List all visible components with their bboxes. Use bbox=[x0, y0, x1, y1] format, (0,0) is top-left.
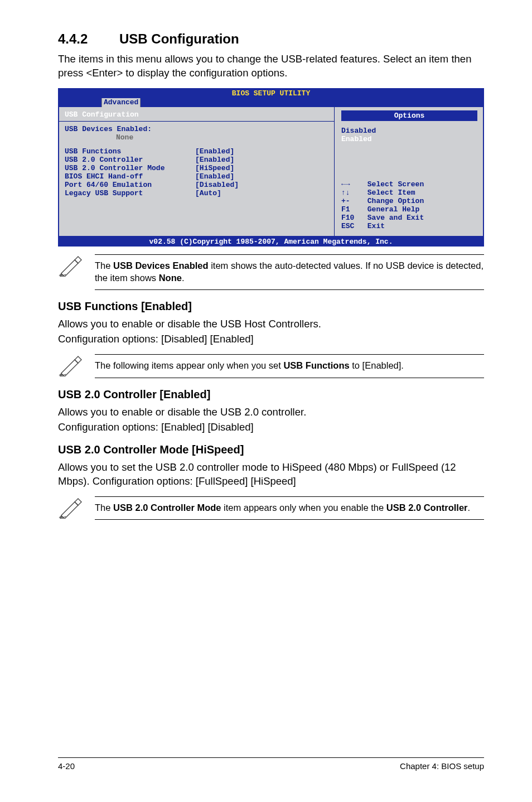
bios-body: USB Configuration USB Devices Enabled: N… bbox=[58, 107, 484, 237]
pencil-icon bbox=[58, 254, 83, 277]
page-footer: 4-20 Chapter 4: BIOS setup bbox=[58, 757, 484, 771]
note-text: The USB 2.0 Controller Mode item appears… bbox=[95, 496, 484, 520]
bios-tab-advanced[interactable]: Advanced bbox=[101, 98, 141, 107]
bios-options-list: Disabled Enabled bbox=[341, 127, 477, 143]
bios-left-pane: USB Configuration USB Devices Enabled: N… bbox=[59, 107, 335, 236]
body-text: Allows you to set the USB 2.0 controller… bbox=[58, 461, 484, 489]
bios-footer: v02.58 (C)Copyright 1985-2007, American … bbox=[58, 237, 484, 247]
intro-paragraph: The items in this menu allows you to cha… bbox=[58, 52, 484, 80]
pencil-icon bbox=[58, 496, 83, 519]
bios-help-line: +- Change Option bbox=[341, 197, 477, 205]
bios-help-line: F1 General Help bbox=[341, 205, 477, 214]
bios-config-title: USB Configuration bbox=[65, 110, 328, 119]
bios-config-row[interactable]: Port 64/60 Emulation [Disabled] bbox=[65, 181, 328, 189]
bios-help-line: ←→ Select Screen bbox=[341, 180, 477, 189]
bios-config-rows: USB Functions [Enabled]USB 2.0 Controlle… bbox=[65, 147, 328, 197]
note-text: The following items appear only when you… bbox=[95, 354, 484, 378]
bios-config-row[interactable]: Legacy USB Support [Auto] bbox=[65, 189, 328, 197]
bios-config-row[interactable]: USB Functions [Enabled] bbox=[65, 147, 328, 156]
bios-config-row[interactable]: USB 2.0 Controller Mode [HiSpeed] bbox=[65, 164, 328, 172]
bios-help-line: ↑↓ Select Item bbox=[341, 189, 477, 197]
note-block: The USB Devices Enabled item shows the a… bbox=[58, 254, 484, 291]
bios-tabbar: Advanced bbox=[101, 98, 141, 107]
bios-help-line: F10 Save and Exit bbox=[341, 214, 477, 222]
sub-heading: USB 2.0 Controller Mode [HiSpeed] bbox=[58, 443, 484, 456]
bios-divider bbox=[59, 121, 334, 122]
note-block: The following items appear only when you… bbox=[58, 354, 484, 378]
bios-option[interactable]: Disabled bbox=[341, 127, 477, 135]
bios-options-title: Options bbox=[341, 110, 477, 121]
body-text: Configuration options: [Enabled] [Disabl… bbox=[58, 421, 484, 434]
page-number: 4-20 bbox=[58, 761, 75, 771]
bios-right-pane: Options Disabled Enabled ←→ Select Scree… bbox=[335, 107, 483, 236]
bios-devices-label: USB Devices Enabled: bbox=[65, 125, 328, 133]
section-number: 4.4.2 bbox=[58, 31, 119, 47]
bios-config-row[interactable]: BIOS EHCI Hand-off [Enabled] bbox=[65, 172, 328, 181]
section-heading: 4.4.2USB Configuration bbox=[58, 31, 484, 47]
body-text: Allows you to enable or disable the USB … bbox=[58, 405, 484, 419]
bios-help-line: ESC Exit bbox=[341, 222, 477, 230]
bios-config-row[interactable]: USB 2.0 Controller [Enabled] bbox=[65, 156, 328, 164]
sub-heading: USB Functions [Enabled] bbox=[58, 300, 484, 313]
note-text: The USB Devices Enabled item shows the a… bbox=[95, 254, 484, 291]
chapter-label: Chapter 4: BIOS setup bbox=[400, 761, 484, 771]
sub-heading: USB 2.0 Controller [Enabled] bbox=[58, 388, 484, 401]
bios-option-selected[interactable]: Enabled bbox=[341, 135, 477, 143]
body-text: Configuration options: [Disabled] [Enabl… bbox=[58, 332, 484, 346]
section-title: USB Configuration bbox=[119, 31, 239, 46]
bios-panel: BIOS SETUP UTILITY Advanced USB Configur… bbox=[58, 88, 484, 247]
pencil-icon bbox=[58, 354, 83, 376]
bios-header-title: BIOS SETUP UTILITY bbox=[58, 89, 484, 98]
note-block: The USB 2.0 Controller Mode item appears… bbox=[58, 496, 484, 520]
bios-devices-value: None bbox=[65, 133, 328, 142]
bios-header: BIOS SETUP UTILITY Advanced bbox=[58, 88, 484, 107]
bios-help-block: ←→ Select Screen↑↓ Select Item+- Change … bbox=[341, 148, 477, 230]
body-text: Allows you to enable or disable the USB … bbox=[58, 317, 484, 331]
